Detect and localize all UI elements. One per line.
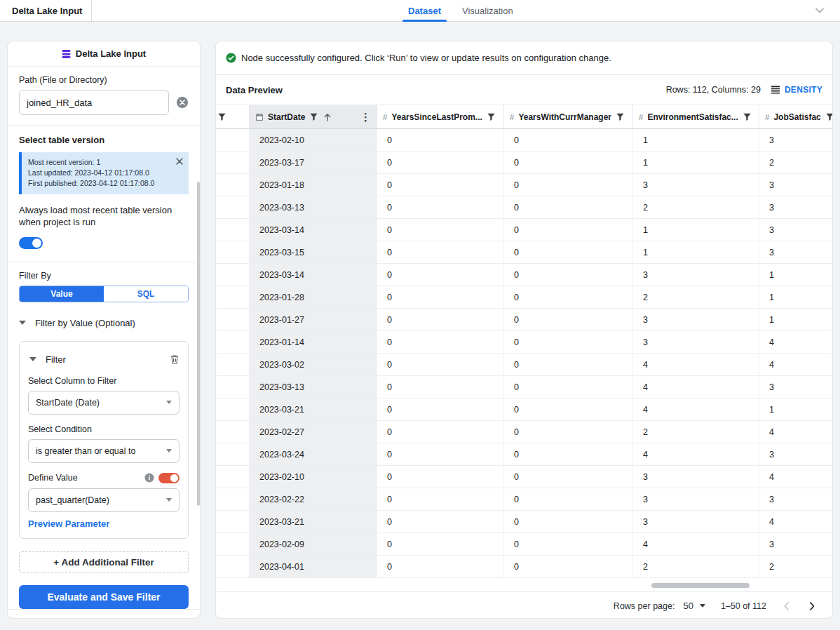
preview-parameter-link[interactable]: Preview Parameter <box>28 518 179 529</box>
table-cell: 0 <box>377 152 504 174</box>
table-cell: 0 <box>377 219 504 241</box>
table-cell: 1 <box>633 129 759 152</box>
version-info-box: Most recent version: 1 Last updated: 202… <box>19 152 189 194</box>
table-cell: 3 <box>633 511 759 533</box>
top-bar: Delta Lake Input Dataset Visualization <box>0 0 840 22</box>
info-icon[interactable] <box>144 473 154 483</box>
chevron-down-icon[interactable] <box>29 357 36 361</box>
filter-icon[interactable] <box>309 112 318 121</box>
table-cell-startdate: 2023-03-14 <box>250 219 377 241</box>
table-cell: 4 <box>759 511 833 533</box>
table-cell <box>216 309 250 331</box>
filter-icon[interactable] <box>743 112 752 121</box>
table-cell-startdate: 2023-03-13 <box>250 196 377 219</box>
density-label: DENSITY <box>785 85 822 95</box>
version-info-line: Most recent version: 1 <box>28 157 172 168</box>
condition-select[interactable]: is greater than or equal to <box>28 439 179 463</box>
column-header-environmentsatisfac[interactable]: #EnvironmentSatisfac... <box>633 105 759 128</box>
table-cell: 0 <box>377 331 504 354</box>
table-cell: 3 <box>759 443 833 466</box>
table-cell <box>216 174 250 196</box>
table-cell: 0 <box>504 264 633 286</box>
table-cell <box>216 286 250 309</box>
table-cell: 3 <box>759 533 833 556</box>
column-label: StartDate <box>268 112 305 122</box>
table-cell: 2 <box>759 152 833 174</box>
filter-by-option-value[interactable]: Value <box>20 286 104 302</box>
column-to-filter-select[interactable]: StartDate (Date) <box>28 391 179 415</box>
table-cell <box>216 129 250 152</box>
table-cell-startdate: 2023-03-17 <box>250 152 377 174</box>
next-page-icon[interactable] <box>807 601 817 611</box>
filter-icon[interactable] <box>487 112 496 121</box>
table-cell: 0 <box>504 219 633 241</box>
table-cell: 3 <box>633 331 759 354</box>
table-cell <box>216 466 250 488</box>
number-type-icon: # <box>510 113 514 121</box>
filter-by-value-collapse[interactable]: Filter by Value (Optional) <box>19 318 189 328</box>
filter-icon[interactable] <box>825 112 833 121</box>
table-cell: 2 <box>633 556 759 578</box>
table-cell: 0 <box>504 174 633 196</box>
filter-by-value-label: Filter by Value (Optional) <box>35 318 135 328</box>
table-cell <box>216 331 250 354</box>
define-value-select[interactable]: past_quarter(Date) <box>28 488 179 512</box>
table-row: 2023-02-090043 <box>216 533 832 556</box>
divider <box>8 262 200 262</box>
table-cell: 3 <box>759 219 833 241</box>
density-button[interactable]: DENSITY <box>771 85 822 95</box>
clear-path-icon[interactable] <box>176 96 189 109</box>
evaluate-save-filter-button[interactable]: Evaluate and Save Filter <box>19 585 189 609</box>
sort-ascending-icon[interactable] <box>323 112 332 122</box>
column-menu-icon[interactable]: ⋮ <box>360 112 371 122</box>
table-cell: 0 <box>504 354 633 376</box>
window-tab[interactable]: Delta Lake Input <box>0 0 92 21</box>
success-check-icon <box>226 53 236 63</box>
column-header-yearswithcurrmanager[interactable]: #YearsWithCurrManager <box>504 105 633 128</box>
table-cell-startdate: 2023-02-22 <box>250 488 377 511</box>
table-cell: 1 <box>633 152 759 174</box>
table-cell <box>216 533 250 556</box>
delete-filter-icon[interactable] <box>170 354 179 365</box>
table-cell: 0 <box>504 556 633 578</box>
rows-per-page-label: Rows per page: <box>614 601 675 611</box>
filter-by-option-sql[interactable]: SQL <box>104 286 188 302</box>
filter-icon[interactable] <box>217 112 226 121</box>
column-header-jobsatisfac[interactable]: #JobSatisfac <box>759 105 833 128</box>
table-cell: 3 <box>633 309 759 331</box>
table-cell: 2 <box>633 196 759 219</box>
filter-icon[interactable] <box>616 112 625 121</box>
path-input[interactable] <box>19 90 169 115</box>
table-cell: 4 <box>633 443 759 466</box>
status-bar: Node successfully configured. Click ‘Run… <box>216 41 832 75</box>
table-cell-startdate: 2023-01-27 <box>250 309 377 331</box>
column-header-partial[interactable] <box>216 105 250 128</box>
table-cell: 0 <box>377 174 504 196</box>
add-additional-filter-button[interactable]: + Add Additional Filter <box>19 551 189 573</box>
parameter-toggle[interactable] <box>158 473 179 483</box>
close-icon[interactable] <box>176 158 183 165</box>
previous-page-icon[interactable] <box>782 601 792 611</box>
table-cell: 1 <box>633 241 759 264</box>
collapse-chevron-icon[interactable] <box>813 4 826 17</box>
page-tabs: Dataset Visualization <box>407 0 515 22</box>
tab-dataset[interactable]: Dataset <box>407 0 442 22</box>
table-cell: 0 <box>377 443 504 466</box>
sidebar-scrollbar[interactable] <box>197 182 200 506</box>
table-cell: 0 <box>504 511 633 533</box>
tab-visualization[interactable]: Visualization <box>461 0 515 22</box>
rows-per-page-select[interactable]: 50 <box>683 601 705 611</box>
table-cell: 1 <box>633 219 759 241</box>
table-cell <box>216 264 250 286</box>
column-header-yearssincelastprom[interactable]: #YearsSinceLastProm... <box>377 105 504 128</box>
column-label: YearsSinceLastProm... <box>391 112 482 122</box>
horizontal-scrollbar[interactable] <box>651 583 750 588</box>
column-header-startdate[interactable]: StartDate⋮ <box>250 105 377 128</box>
pagination-bar: Rows per page: 50 1–50 of 112 <box>216 591 832 619</box>
table-cell <box>216 196 250 219</box>
horizontal-scroll-zone <box>216 578 832 591</box>
number-type-icon: # <box>639 113 643 121</box>
table-cell: 0 <box>504 421 633 443</box>
table-cell: 0 <box>377 309 504 331</box>
always-load-toggle[interactable] <box>19 237 43 249</box>
